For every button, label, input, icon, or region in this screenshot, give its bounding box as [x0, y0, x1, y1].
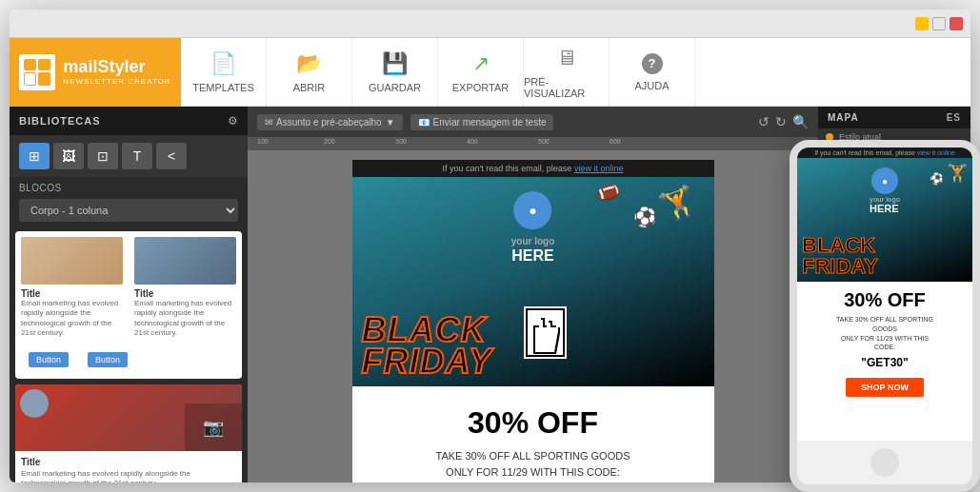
right-sidebar-header: MAPA ES: [818, 107, 970, 128]
mobile-logo-text: your logo HERE: [870, 196, 900, 214]
subject-button[interactable]: ✉ Assunto e pré-cabeçalho ▼: [257, 114, 403, 130]
mobile-logo-placeholder: ●: [882, 176, 888, 187]
toolbar-ajuda[interactable]: ? AJUDA: [610, 38, 695, 106]
settings-icon[interactable]: ⚙: [228, 114, 238, 128]
email-top-bar: If you can't read this email, please vie…: [352, 160, 714, 177]
pre-visualizar-label: PRÉ-VISUALIZAR: [524, 76, 609, 99]
card-button[interactable]: Button: [29, 352, 69, 367]
mobile-black-friday: BLACKFRIDAY: [802, 235, 878, 277]
mobile-promo-code: "GET30": [805, 356, 965, 369]
list-item[interactable]: 📷 Title Email marketing has evolved rapi…: [15, 384, 242, 482]
view-online-link[interactable]: view it online: [574, 164, 624, 173]
close-button[interactable]: [950, 17, 963, 30]
ajuda-icon: ?: [642, 53, 663, 74]
toolbar-pre-visualizar[interactable]: 🖥 PRÉ-VISUALIZAR: [524, 38, 610, 106]
left-sidebar: BIBLIOTECAS ⚙ ⊞ 🖼 ⊡ T < BLOCOS Corpo - 1…: [10, 107, 248, 482]
card-title: Title: [21, 288, 123, 299]
send-icon: 📧: [418, 117, 430, 128]
zoom-button[interactable]: 🔍: [792, 114, 809, 129]
templates-icon: 📄: [210, 51, 236, 76]
mobile-preview: If you can't read this email, please vie…: [790, 140, 980, 492]
mobile-offer-text: TAKE 30% OFF ALL SPORTINGGOODSONLY FOR 1…: [805, 315, 965, 352]
mobile-logo-circle: ●: [871, 167, 898, 194]
maximize-button[interactable]: [932, 17, 946, 30]
app-name: mailStyler: [63, 58, 170, 77]
canvas-toolbar-left: ✉ Assunto e pré-cabeçalho ▼ 📧 Enviar men…: [257, 114, 553, 130]
email-icon: ✉: [265, 117, 272, 128]
undo-button[interactable]: ↺: [758, 114, 770, 129]
canvas-toolbar-right: ↺ ↻ 🔍: [758, 114, 809, 129]
card-button[interactable]: Button: [88, 352, 128, 367]
toolbar-exportar[interactable]: ↗ EXPORTAR: [438, 38, 524, 106]
sidebar-title: BIBLIOTECAS: [19, 115, 101, 127]
window-controls: [915, 17, 963, 30]
mobile-home-bar: [797, 441, 972, 484]
abrir-label: ABRIR: [293, 82, 326, 93]
layout-dropdown[interactable]: Corpo - 1 coluna Corpo - 2 colunas Cabeç…: [19, 199, 238, 222]
minimize-button[interactable]: [915, 17, 929, 30]
mobile-hero: 🏋️ ⚽ ● your logo HERE BLACKFRIDAY: [797, 158, 972, 282]
toolbar-abrir[interactable]: 📂 ABRIR: [267, 38, 352, 106]
layout-tool-button[interactable]: ⊡: [88, 143, 118, 169]
sidebar-cards: Title Email marketing has evolved rapidl…: [10, 226, 248, 482]
mobile-sports-icon: 🏋️: [947, 163, 968, 184]
toolbar-guardar[interactable]: 💾 GUARDAR: [352, 38, 438, 106]
exportar-label: EXPORTAR: [452, 82, 510, 93]
canvas-content: If you can't read this email, please vie…: [248, 150, 818, 482]
card-text: Email marketing has evolved rapidly alon…: [21, 469, 236, 482]
canvas-toolbar: ✉ Assunto e pré-cabeçalho ▼ 📧 Enviar men…: [248, 107, 818, 137]
top-toolbar: mailStyler NEWSLETTER CREATOR 📄 TEMPLATE…: [10, 38, 970, 107]
text-tool-button[interactable]: T: [122, 143, 152, 169]
dropdown-arrow-icon: ▼: [386, 117, 395, 128]
send-test-button[interactable]: 📧 Enviar mensagem de teste: [410, 114, 554, 130]
templates-label: TEMPLATES: [192, 82, 254, 93]
center-canvas: ✉ Assunto e pré-cabeçalho ▼ 📧 Enviar men…: [248, 107, 818, 482]
exportar-icon: ↗: [472, 51, 490, 76]
guardar-icon: 💾: [382, 51, 408, 76]
grid-tool-button[interactable]: ⊞: [19, 143, 50, 169]
email-body: 30% OFF TAKE 30% OFF ALL SPORTING GOODSO…: [352, 386, 714, 482]
abrir-icon: 📂: [296, 51, 322, 76]
guardar-label: GUARDAR: [369, 82, 421, 93]
mobile-discount: 30% OFF: [805, 289, 965, 311]
sidebar-tools: ⊞ 🖼 ⊡ T <: [10, 135, 248, 177]
mobile-view-online: view it online: [917, 149, 955, 156]
email-logo-area: ● your logo HERE: [511, 191, 555, 265]
sidebar-header: BIBLIOTECAS ⚙: [10, 107, 248, 135]
image-tool-button[interactable]: 🖼: [53, 143, 84, 169]
card-text: Email marketing has evolved rapidly alon…: [21, 299, 123, 339]
mobile-home-button[interactable]: [870, 448, 899, 477]
logo-area: mailStyler NEWSLETTER CREATOR: [10, 38, 181, 107]
logo-circle: ●: [514, 191, 552, 229]
pre-visualizar-icon: 🖥: [556, 46, 577, 70]
logo-icon: [19, 54, 55, 90]
logo-placeholder-icon: ●: [529, 203, 536, 218]
offer-text: TAKE 30% OFF ALL SPORTING GOODSONLY FOR …: [371, 448, 695, 480]
toolbar-templates[interactable]: 📄 TEMPLATES: [181, 38, 267, 106]
title-bar: [10, 10, 970, 38]
ajuda-label: AJUDA: [634, 80, 669, 91]
black-friday-text: BLACKFRIDAY: [362, 315, 492, 377]
section-label: BLOCOS: [10, 177, 248, 195]
mobile-ball-icon: ⚽: [930, 172, 944, 186]
card-title: Title: [21, 457, 236, 469]
email-logo-text: your logo HERE: [511, 233, 555, 265]
list-item[interactable]: Title Email marketing has evolved rapidl…: [15, 231, 242, 379]
canvas-ruler: 100 200 300 400 500 600: [248, 137, 818, 150]
toolbar-items: 📄 TEMPLATES 📂 ABRIR 💾 GUARDAR ↗ EXPORTAR…: [181, 38, 970, 106]
discount-text: 30% OFF: [371, 405, 695, 441]
mobile-shop-now[interactable]: SHOP NOW: [846, 378, 924, 397]
email-hero: 🏋️ ⚽ 🏈 ● your logo HERE: [352, 177, 714, 386]
mobile-top-bar: If you can't read this email, please vie…: [797, 148, 972, 158]
email-preview: If you can't read this email, please vie…: [352, 160, 714, 473]
redo-button[interactable]: ↻: [775, 114, 787, 129]
app-subtitle: NEWSLETTER CREATOR: [63, 77, 170, 86]
mobile-body: 30% OFF TAKE 30% OFF ALL SPORTINGGOODSON…: [797, 282, 972, 441]
share-tool-button[interactable]: <: [156, 143, 187, 169]
es-label: ES: [947, 112, 961, 123]
